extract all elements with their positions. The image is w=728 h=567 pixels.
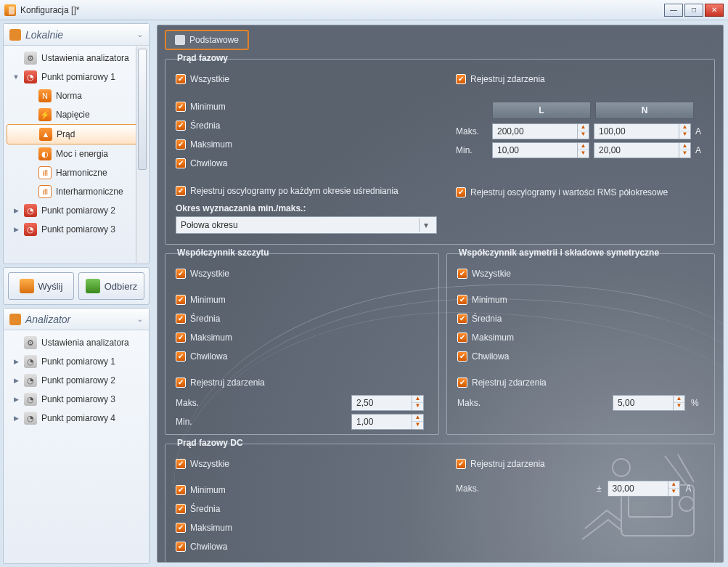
tree-label: Ustawienia analizatora [41, 53, 129, 63]
tree-item-pp1[interactable]: ▶ ◔ Punkt pomiarowy 1 [4, 352, 149, 371]
chk-inst[interactable]: Chwilowa [176, 347, 424, 366]
chk-max[interactable]: Maksimum [176, 328, 424, 347]
chk-max[interactable]: Maksimum [176, 518, 232, 537]
tab-basic[interactable]: Podstawowe [165, 30, 249, 50]
label-max: Maks. [456, 484, 591, 494]
chk-inst[interactable]: Chwilowa [176, 154, 437, 173]
chk-min[interactable]: Minimum [176, 97, 437, 116]
tree-item-harmonics[interactable]: ıll Harmoniczne [4, 163, 149, 182]
tree-label: Punkt pomiarowy 2 [41, 375, 115, 386]
send-button[interactable]: Wyślij [8, 272, 74, 300]
input-crest-min[interactable]: 1,00▲▼ [351, 414, 424, 430]
group-legend: Współczynnik asymetrii i składowe symetr… [454, 248, 663, 258]
input-L-max[interactable]: 200,00▲▼ [492, 123, 589, 139]
expander-icon[interactable]: ▼ [12, 73, 20, 81]
chk-record-events[interactable]: Rejestruj zdarzenia [456, 454, 705, 473]
close-button[interactable]: ✕ [705, 4, 724, 17]
scrollbar[interactable] [136, 46, 148, 263]
chk-osc-rms-halfperiod[interactable]: Rejestruj oscylogramy i wartości RMS pół… [456, 183, 705, 202]
chk-avg[interactable]: Średnia [457, 309, 705, 328]
unit-A: A [686, 484, 692, 494]
chk-all[interactable]: Wszystkie [457, 264, 705, 283]
input-N-max[interactable]: 100,00▲▼ [594, 123, 691, 139]
chk-inst[interactable]: Chwilowa [457, 347, 705, 366]
tree-label: Punkt pomiarowy 3 [41, 394, 115, 404]
tree-item-analyzer-settings[interactable]: ⚙ Ustawienia analizatora [4, 49, 149, 68]
tree-item-interharmonics[interactable]: ıll Interharmoniczne [4, 182, 149, 201]
app-icon [4, 4, 16, 16]
chk-min[interactable]: Minimum [176, 481, 232, 499]
chk-max[interactable]: Maksimum [457, 328, 705, 347]
measure-point-icon: ◔ [24, 355, 37, 368]
receive-icon [86, 279, 100, 293]
chk-avg[interactable]: Średnia [176, 116, 437, 135]
expander-icon[interactable]: ▶ [12, 226, 20, 233]
chk-record-events[interactable]: Rejestruj zdarzenia [457, 373, 705, 392]
send-label: Wyślij [38, 281, 63, 292]
local-header[interactable]: Lokalnie ⌄ [4, 24, 149, 46]
chk-inst[interactable]: Chwilowa [176, 537, 232, 556]
bars-icon: ıll [38, 166, 52, 179]
chk-osc-each-period[interactable]: Rejestruj oscylogramy po każdym okresie … [176, 181, 437, 200]
gauge-icon: ◐ [38, 147, 52, 160]
chevron-down-icon: ⌄ [136, 314, 143, 324]
maximize-button[interactable]: □ [684, 4, 703, 17]
unit-A: A [695, 145, 701, 155]
tab-label: Podstawowe [189, 35, 239, 45]
local-tree: ⚙ Ustawienia analizatora ▼ ◔ Punkt pomia… [4, 46, 149, 264]
left-column: Lokalnie ⌄ ⚙ Ustawienia analizatora ▼ ◔ … [0, 20, 152, 567]
chk-record-events[interactable]: Rejestruj zdarzenia [456, 70, 705, 89]
tree-item-pp1[interactable]: ▼ ◔ Punkt pomiarowy 1 [4, 68, 149, 86]
tree-item-pp2[interactable]: ▶ ◔ Punkt pomiarowy 2 [4, 371, 149, 390]
analyzer-header[interactable]: Analizator ⌄ [4, 309, 149, 330]
unit-pct: % [691, 398, 699, 408]
dropdown-arrow-icon: ▾ [419, 219, 432, 232]
chk-avg[interactable]: Średnia [176, 499, 232, 518]
expander-icon[interactable]: ▶ [12, 207, 20, 214]
chk-all[interactable]: Wszystkie [176, 454, 232, 473]
expander-icon[interactable]: ▶ [12, 415, 20, 422]
input-dc-max[interactable]: 30,00▲▼ [608, 481, 680, 497]
chk-all[interactable]: Wszystkie [176, 264, 424, 283]
local-icon [9, 29, 21, 41]
chk-min[interactable]: Minimum [457, 290, 705, 309]
tree-item-pp3[interactable]: ▶ ◔ Punkt pomiarowy 3 [4, 220, 149, 239]
tree-item-norma[interactable]: N Norma [4, 86, 149, 105]
tree-item-pp4[interactable]: ▶ ◔ Punkt pomiarowy 4 [4, 409, 149, 428]
minimize-button[interactable]: — [664, 4, 683, 17]
tree-item-pp2[interactable]: ▶ ◔ Punkt pomiarowy 2 [4, 201, 149, 220]
group-asymmetry: Współczynnik asymetrii i składowe symetr… [446, 253, 715, 435]
tree-item-power[interactable]: ◐ Moc i energia [4, 144, 149, 163]
input-crest-max[interactable]: 2,50▲▼ [351, 395, 424, 411]
transfer-panel: Wyślij Odbierz [3, 267, 150, 305]
label-max: Maks. [176, 398, 345, 408]
group-legend: Prąd fazowy DC [173, 438, 248, 448]
chk-min[interactable]: Minimum [176, 290, 424, 309]
plus-minus-icon: ± [597, 484, 602, 494]
tree-item-analyzer-settings[interactable]: ⚙ Ustawienia analizatora [4, 333, 149, 352]
tree-label: Punkt pomiarowy 1 [41, 72, 115, 82]
unit-A: A [695, 126, 701, 136]
col-L: L [492, 102, 591, 119]
chk-all[interactable]: Wszystkie [176, 70, 437, 89]
input-L-min[interactable]: 10,00▲▼ [492, 142, 589, 158]
select-period[interactable]: Połowa okresu ▾ [176, 216, 437, 234]
title-bar: Konfiguracja []* — □ ✕ [0, 0, 728, 20]
receive-button[interactable]: Odbierz [78, 272, 144, 300]
tree-item-voltage[interactable]: ⚡ Napięcie [4, 105, 149, 124]
expander-icon[interactable]: ▶ [12, 396, 20, 403]
expander-icon[interactable]: ▶ [12, 377, 20, 384]
chk-record-events[interactable]: Rejestruj zdarzenia [176, 373, 424, 392]
bars-icon: ıll [38, 185, 52, 198]
measure-point-icon: ◔ [24, 374, 37, 387]
input-asym-max[interactable]: 5,00▲▼ [613, 395, 685, 411]
tree-item-current[interactable]: ▲ Prąd [7, 124, 146, 144]
measure-point-icon: ◔ [24, 70, 37, 83]
group-legend: Prąd fazowy [173, 53, 232, 63]
chk-avg[interactable]: Średnia [176, 309, 424, 328]
tree-label: Napięcie [56, 110, 90, 120]
expander-icon[interactable]: ▶ [12, 358, 20, 365]
chk-max[interactable]: Maksimum [176, 135, 437, 154]
input-N-min[interactable]: 20,00▲▼ [594, 142, 691, 158]
tree-item-pp3[interactable]: ▶ ◔ Punkt pomiarowy 3 [4, 390, 149, 409]
